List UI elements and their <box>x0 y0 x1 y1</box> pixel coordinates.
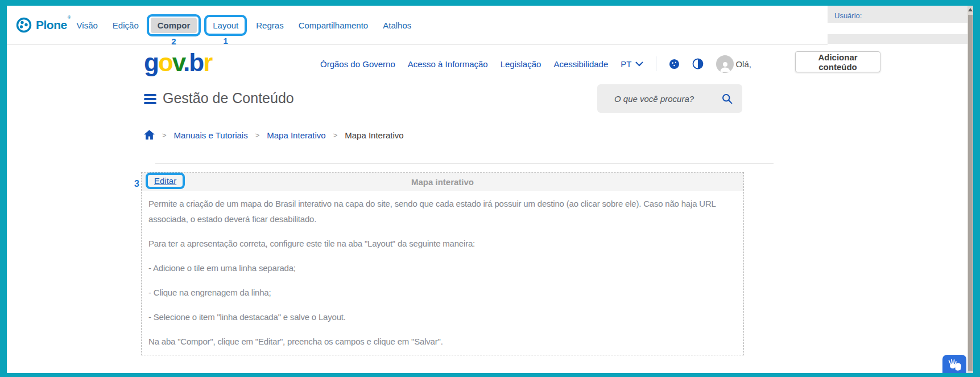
scrollbar-thumb[interactable] <box>968 15 973 371</box>
tile-paragraph: - Clique na engrenagem da linha; <box>148 285 737 300</box>
header-divider <box>656 56 656 71</box>
search-input[interactable] <box>613 93 721 104</box>
toolbar-tab-edicao[interactable]: Edição <box>113 21 139 30</box>
plone-logo[interactable]: Plone® <box>16 17 71 33</box>
add-content-button[interactable]: Adicionar conteúdo <box>795 51 880 72</box>
annotation-ring-compor: Compor 2 <box>147 14 201 36</box>
contrast-icon[interactable] <box>692 58 704 69</box>
tile-paragraph: Permite a criação de um mapa do Brasil i… <box>148 196 737 227</box>
annotation-number-1: 1 <box>224 36 228 46</box>
breadcrumb-separator: > <box>255 131 260 140</box>
tile-title: Mapa interativo <box>142 177 743 187</box>
chevron-down-icon <box>635 62 643 67</box>
tile-edit-link[interactable]: Editar <box>154 176 176 186</box>
toolbar-tab-layout[interactable]: Layout <box>208 18 243 32</box>
nav-link-orgaos-do-governo[interactable]: Órgãos do Governo <box>320 59 395 69</box>
tile-body: Permite a criação de um mapa do Brasil i… <box>142 191 743 349</box>
annotation-ring-layout: Layout 1 <box>204 15 247 36</box>
toolbar-tab-regras[interactable]: Regras <box>256 21 283 30</box>
tile-paragraph: Na aba "Compor", clique em "Editar", pre… <box>148 334 737 349</box>
plone-logo-icon <box>16 17 32 33</box>
govbr-logo[interactable]: gov.br <box>144 49 212 76</box>
annotation-number-2: 2 <box>171 36 176 46</box>
tile-paragraph: - Adicione o tile em uma linha separada; <box>148 260 737 276</box>
govbr-header-nav: Órgãos do Governo Acesso à Informação Le… <box>320 55 751 72</box>
nav-link-acesso-a-informacao[interactable]: Acesso à Informação <box>408 59 488 69</box>
breadcrumb-current: Mapa Interativo <box>345 130 403 140</box>
breadcrumb: > Manuais e Tutoriais > Mapa Interativo … <box>144 129 404 141</box>
govbr-logo-letter: . <box>183 48 189 76</box>
annotation-number-3: 3 <box>134 179 139 189</box>
libras-hands-icon <box>946 358 962 371</box>
govbr-logo-letter: v <box>172 48 183 76</box>
toolbar-tab-compor[interactable]: Compor <box>151 18 197 33</box>
trademark-mark: ® <box>68 15 71 20</box>
tile-mapa-interativo: Editar 3 Mapa interativo Permite a criaç… <box>141 172 744 355</box>
toolbar-tab-atalhos[interactable]: Atalhos <box>383 21 411 30</box>
screenshot-frame: Plone® Visão Edição Compor 2 Layout 1 Re… <box>0 0 980 377</box>
breadcrumb-link-manuais-e-tutoriais[interactable]: Manuais e Tutoriais <box>174 130 248 140</box>
tile-header: Editar 3 Mapa interativo <box>142 173 743 191</box>
vlibras-button[interactable] <box>942 355 966 373</box>
tile-paragraph: - Selecione o item "linha destacada" e s… <box>148 309 737 325</box>
language-label: PT <box>621 59 631 69</box>
search-icon[interactable] <box>721 93 733 105</box>
scrollbar-up-arrow[interactable] <box>968 8 973 11</box>
greeting-text: Olá, <box>735 59 751 69</box>
toolbar-tab-visao[interactable]: Visão <box>77 21 98 30</box>
browser-viewport: Plone® Visão Edição Compor 2 Layout 1 Re… <box>7 6 973 373</box>
govbr-logo-letter: r <box>203 48 212 76</box>
tile-paragraph: Para ter a apresentação correta, configu… <box>148 236 737 251</box>
govbr-logo-letter: o <box>158 48 172 76</box>
breadcrumb-link-mapa-interativo[interactable]: Mapa Interativo <box>267 130 325 140</box>
breadcrumb-separator: > <box>333 131 338 140</box>
user-label: Usuário: <box>834 11 862 20</box>
avatar <box>716 55 734 73</box>
content-divider <box>155 163 774 164</box>
user-panel: Usuário: <box>828 6 967 44</box>
home-icon[interactable] <box>144 130 155 140</box>
plone-logo-text: Plone <box>36 18 67 31</box>
user-greeting[interactable]: Olá, <box>716 55 751 73</box>
govbr-logo-letter: b <box>189 48 203 76</box>
scrollbar[interactable] <box>967 6 973 373</box>
breadcrumb-separator: > <box>162 131 167 140</box>
toolbar-tab-compartilhamento[interactable]: Compartilhamento <box>299 21 369 30</box>
page-title: Gestão de Conteúdo <box>163 90 294 106</box>
user-field[interactable] <box>828 23 967 34</box>
nav-link-acessibilidade[interactable]: Acessibilidade <box>553 59 608 69</box>
nav-link-legislacao[interactable]: Legislação <box>501 59 541 69</box>
search-box[interactable] <box>597 84 742 113</box>
plone-toolbar: Plone® Visão Edição Compor 2 Layout 1 Re… <box>7 6 828 45</box>
govbr-logo-letter: g <box>144 48 158 76</box>
cookie-settings-icon[interactable] <box>669 59 680 69</box>
menu-icon[interactable] <box>144 94 156 106</box>
language-selector[interactable]: PT <box>621 59 643 69</box>
annotation-ring-editar: Editar 3 <box>146 173 185 189</box>
person-icon <box>718 59 732 73</box>
